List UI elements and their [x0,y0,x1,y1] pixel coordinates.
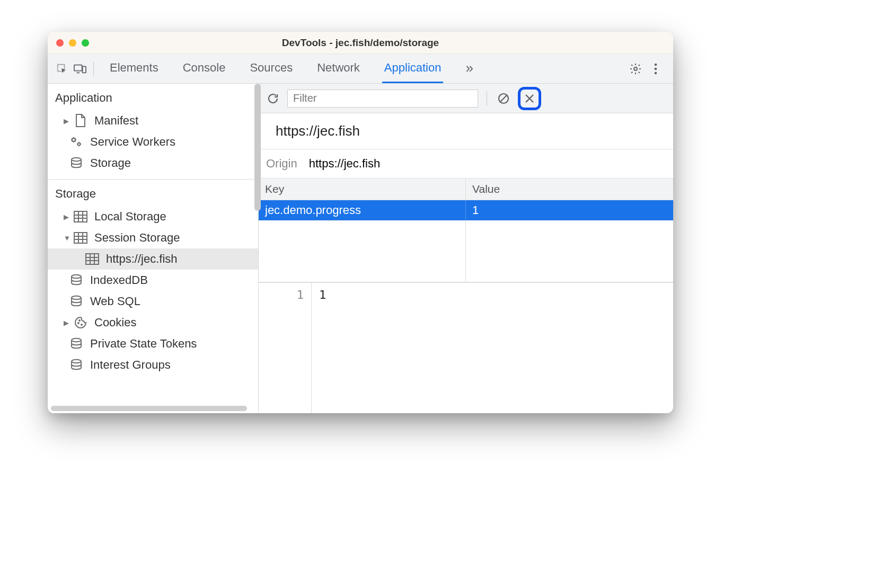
sidebar-item-session-storage[interactable]: ▼ Session Storage [48,227,258,248]
inspect-icon[interactable] [53,60,71,78]
database-icon [69,273,84,288]
label: IndexedDB [90,273,148,287]
origin-row: Origin https://jec.fish [259,149,673,179]
label: https://jec.fish [106,252,178,266]
tab-sources[interactable]: Sources [248,54,295,83]
table-icon [73,230,88,245]
sidebar-item-interest-groups[interactable]: Interest Groups [48,354,258,376]
titlebar: DevTools - jec.fish/demo/storage [48,32,673,54]
sidebar-item-cookies[interactable]: ▶ Cookies [48,312,258,333]
sidebar-item-pst[interactable]: Private State Tokens [48,333,258,354]
tab-application[interactable]: Application [382,54,444,83]
table-empty-area[interactable] [259,220,673,282]
label: Cookies [94,316,136,329]
cell-key: jec.demo.progress [259,200,466,220]
main-tabbar: Elements Console Sources Network Applica… [48,54,673,84]
svg-rect-11 [74,233,87,243]
label: Web SQL [90,295,140,308]
sidebar-item-app-storage[interactable]: Storage [48,153,258,174]
close-window-button[interactable] [56,39,64,47]
svg-point-4 [655,63,657,66]
origin-title: https://jec.fish [259,113,673,149]
kebab-menu-icon[interactable] [647,60,665,78]
preview-line-number: 1 [259,283,312,413]
value-preview: 1 1 [259,282,673,413]
sidebar-item-websql[interactable]: Web SQL [48,291,258,312]
svg-rect-1 [74,65,82,70]
cookie-icon [73,315,88,330]
sidebar-item-indexeddb[interactable]: IndexedDB [48,270,258,291]
origin-value: https://jec.fish [309,157,381,171]
svg-point-8 [78,143,81,146]
svg-point-3 [634,67,637,70]
window-controls [48,39,89,47]
device-toggle-icon[interactable] [71,60,89,78]
table-header: Key Value [259,179,673,200]
devtools-window: DevTools - jec.fish/demo/storage Element… [48,32,673,413]
table-row[interactable]: jec.demo.progress 1 [259,200,673,220]
label: Session Storage [94,231,180,245]
origin-label: Origin [266,157,297,171]
database-icon [69,156,84,171]
svg-rect-10 [74,211,87,222]
sidebar-item-session-origin[interactable]: https://jec.fish [48,248,258,270]
preview-content: 1 [312,283,673,413]
svg-point-19 [72,360,81,363]
chevron-down-icon: ▼ [64,234,71,242]
table-icon [73,209,88,224]
content-area: Application ▶ Manifest Service Workers [48,84,673,413]
svg-point-15 [78,323,79,324]
label: Manifest [94,114,138,128]
horizontal-scrollbar[interactable] [51,406,247,411]
minimize-window-button[interactable] [69,39,76,47]
svg-point-18 [72,338,81,342]
sidebar-item-local-storage[interactable]: ▶ Local Storage [48,206,258,227]
svg-rect-12 [86,254,99,264]
cell-value: 1 [466,200,673,220]
table-icon [85,252,100,266]
divider [93,61,94,76]
window-title: DevTools - jec.fish/demo/storage [48,37,673,49]
svg-point-6 [655,72,657,74]
chevron-right-icon: ▶ [64,117,71,125]
application-sidebar: Application ▶ Manifest Service Workers [48,84,259,413]
clear-all-icon[interactable] [496,91,511,106]
svg-point-5 [655,67,657,70]
label: Local Storage [94,210,166,224]
storage-panel: https://jec.fish Origin https://jec.fish… [259,84,673,413]
svg-point-13 [72,275,81,278]
label: Service Workers [90,135,175,149]
gears-icon [69,135,84,149]
tab-elements[interactable]: Elements [108,54,161,83]
settings-icon[interactable] [627,60,645,78]
svg-rect-2 [83,66,86,73]
filter-input[interactable] [287,90,478,108]
key-value-table: Key Value jec.demo.progress 1 [259,179,673,282]
chevron-right-icon: ▶ [64,319,71,327]
header-value[interactable]: Value [466,179,673,200]
svg-point-17 [79,320,80,321]
section-application: Application [48,84,258,110]
vertical-scrollbar[interactable] [254,84,261,211]
storage-toolbar [259,84,673,113]
label: Storage [90,156,131,170]
tab-network[interactable]: Network [315,54,362,83]
sidebar-item-manifest[interactable]: ▶ Manifest [48,110,258,131]
divider [487,91,487,106]
database-icon [69,294,84,309]
label: Private State Tokens [90,337,197,351]
tab-console[interactable]: Console [181,54,228,83]
annotation-highlight [518,87,541,110]
panel-tabs: Elements Console Sources Network Applica… [108,54,627,83]
refresh-icon[interactable] [265,91,281,106]
header-key[interactable]: Key [259,179,466,200]
maximize-window-button[interactable] [82,39,89,47]
label: Interest Groups [90,358,171,372]
delete-selected-icon[interactable] [522,91,537,106]
chevron-right-icon: ▶ [64,213,71,221]
section-storage: Storage [48,180,258,206]
more-tabs-icon[interactable]: » [463,54,475,83]
sidebar-item-service-workers[interactable]: Service Workers [48,131,258,153]
svg-point-14 [72,296,81,299]
document-icon [73,113,88,128]
